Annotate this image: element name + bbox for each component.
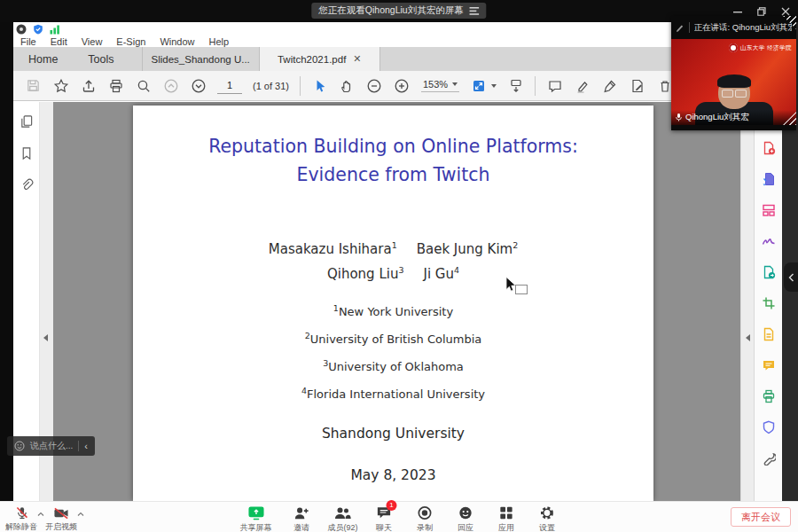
invite-label: 邀请 (293, 522, 309, 532)
collapse-left-pane-icon[interactable] (43, 334, 48, 341)
speaking-label: 正在讲话: QihongLiu刘其宏 (694, 22, 792, 34)
start-video-control[interactable]: 开启视频 (41, 505, 82, 532)
settings-gear-icon (539, 505, 556, 521)
search-icon[interactable] (135, 77, 152, 94)
save-icon[interactable] (25, 77, 42, 94)
more-tools-icon[interactable] (762, 451, 776, 466)
menu-help[interactable]: Help (209, 36, 230, 47)
header-divider (689, 22, 690, 33)
tab-tools[interactable]: Tools (73, 47, 129, 71)
chat-unread-badge: 1 (387, 500, 397, 511)
page-number-input[interactable] (217, 78, 242, 94)
speaker-video-panel[interactable]: 正在讲话: QihongLiu刘其宏 山东大学 经济学院 (671, 16, 796, 130)
video-feed: 山东大学 经济学院 QihongLiu刘其宏 (671, 39, 796, 125)
affiliation-3: 3University of Oklahoma (133, 357, 653, 370)
create-pdf-icon[interactable] (762, 141, 776, 155)
unmute-control[interactable]: 解除静音 (1, 505, 42, 532)
record-label: 录制 (417, 522, 433, 532)
camera-options-chevron-icon[interactable] (77, 512, 84, 517)
toolbar-divider (300, 76, 301, 96)
page-edit-icon[interactable] (629, 77, 645, 94)
collapse-chat-icon[interactable]: ‹ (84, 442, 88, 451)
speaker-name-tag: QihongLiu刘其宏 (671, 110, 796, 125)
settings-button[interactable]: 设置 (533, 505, 562, 532)
zoom-in-icon[interactable] (394, 77, 411, 94)
menu-esign[interactable]: E-Sign (116, 36, 145, 47)
comment-icon[interactable] (546, 77, 563, 94)
author-2: Baek Jung Kim (417, 241, 513, 257)
highlighter-icon[interactable] (574, 77, 591, 94)
expand-right-pane-icon[interactable] (746, 334, 750, 341)
acrobat-menu-bar: File Edit View E-Sign Window Help (20, 35, 229, 47)
acrobat-toolbar: (1 of 31) 153% (13, 71, 782, 101)
fill-and-sign-icon[interactable] (762, 234, 776, 248)
slide-date: May 8, 2023 (133, 467, 653, 483)
apps-label: 应用 (498, 522, 514, 532)
page-fit-icon[interactable] (470, 77, 487, 94)
zoom-level-select[interactable]: 153% (421, 79, 459, 92)
toolbar-divider (535, 76, 536, 96)
mic-off-icon (14, 505, 29, 520)
bookmarks-icon[interactable] (20, 146, 34, 160)
author-4: Ji Gu (424, 266, 455, 282)
emoji-icon[interactable] (14, 441, 25, 451)
export-pdf-icon[interactable] (762, 172, 776, 186)
page-fit-caret-icon[interactable] (491, 84, 497, 88)
organize-pages-icon[interactable] (762, 203, 776, 217)
right-pane-strip (740, 102, 755, 501)
document-canvas[interactable]: Reputation Building on Online Platforms:… (53, 102, 740, 501)
crop-pages-icon[interactable] (762, 296, 776, 310)
tab-home[interactable]: Home (13, 47, 73, 71)
attachments-icon[interactable] (20, 178, 34, 192)
chat-button[interactable]: 聊天 1 (370, 505, 399, 532)
hand-tool-icon[interactable] (339, 77, 356, 94)
scroll-mode-icon[interactable] (507, 77, 524, 94)
menu-window[interactable]: Window (160, 36, 194, 47)
menu-edit[interactable]: Edit (51, 36, 67, 47)
chat-input-placeholder[interactable]: 说点什么... (30, 440, 73, 452)
restore-button[interactable] (756, 6, 767, 17)
share-upload-icon[interactable] (80, 77, 97, 94)
next-page-icon[interactable] (190, 77, 207, 94)
slide-title-line1: Reputation Building on Online Platforms: (133, 132, 653, 160)
status-overlay-icons (16, 24, 60, 35)
star-icon[interactable] (52, 77, 69, 94)
author-3: Qihong Liu (327, 266, 399, 282)
tab-close-icon[interactable]: ✕ (353, 54, 361, 64)
prepare-form-icon[interactable] (762, 327, 776, 341)
close-button[interactable] (780, 6, 791, 17)
leave-meeting-button[interactable]: 离开会议 (731, 507, 791, 527)
acrobat-window: File Edit View E-Sign Window Help Home T… (13, 22, 782, 501)
menu-view[interactable]: View (82, 36, 103, 47)
invite-icon (293, 505, 309, 521)
protect-icon[interactable] (762, 420, 776, 434)
comments-tool-icon[interactable] (762, 358, 776, 372)
slide-authors: Masakazu Ishihara1Baek Jung Kim2 Qihong … (133, 235, 653, 285)
security-shield-icon (33, 24, 43, 35)
tab-document-twitch[interactable]: Twitch2021.pdf ✕ (259, 47, 380, 71)
print-icon[interactable] (107, 77, 124, 94)
record-button[interactable]: 录制 (411, 505, 440, 532)
record-icon (417, 505, 434, 521)
send-for-review-icon[interactable] (762, 265, 776, 279)
university-logo-text: 山东大学 经济学院 (740, 44, 792, 52)
minimize-button[interactable] (732, 6, 743, 17)
apps-button[interactable]: 应用 (492, 505, 521, 532)
banner-menu-icon[interactable] (470, 7, 480, 15)
invite-button[interactable]: 邀请 (286, 505, 316, 532)
tab-document-twitch-label: Twitch2021.pdf (278, 54, 346, 65)
fill-sign-icon[interactable] (601, 77, 618, 94)
tab-document-slides[interactable]: Slides_Shandong U... (142, 47, 259, 71)
print-production-icon[interactable] (762, 389, 776, 403)
menu-file[interactable]: File (20, 36, 36, 47)
video-panel-collapse-tab[interactable] (784, 262, 798, 292)
share-screen-button[interactable]: 共享屏幕 (236, 505, 275, 532)
page-thumbnails-icon[interactable] (20, 114, 34, 129)
members-button[interactable]: 成员(92) (327, 505, 357, 532)
select-tool-icon[interactable] (311, 77, 328, 94)
university-emblem-icon (729, 43, 738, 52)
zoom-out-icon[interactable] (366, 77, 383, 94)
previous-page-icon[interactable] (162, 77, 179, 94)
chat-quick-input[interactable]: 说点什么... ‹ (7, 436, 95, 456)
reactions-button[interactable]: 回应 (451, 505, 481, 532)
